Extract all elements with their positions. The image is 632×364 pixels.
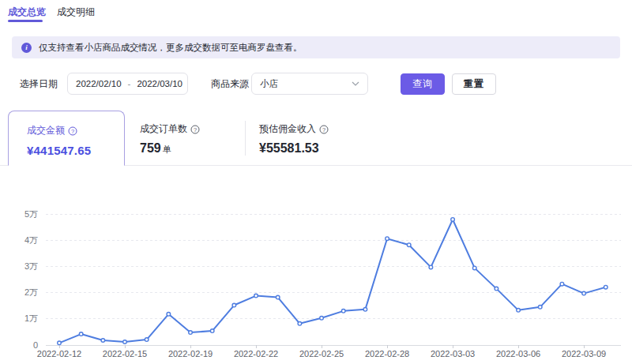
data-point[interactable] <box>232 303 236 307</box>
data-point[interactable] <box>472 266 476 270</box>
x-axis-tick-label: 2022-03-03 <box>431 349 475 358</box>
question-circle-icon[interactable]: ? <box>319 125 329 134</box>
data-point[interactable] <box>123 340 127 344</box>
stat-card-order-count[interactable]: 成交订单数 ? 759单 <box>140 122 200 156</box>
stat-commission-value: ¥55581.53 <box>259 141 329 156</box>
date-range-input[interactable]: 2022/02/10 - 2022/03/10 <box>67 73 188 95</box>
data-point[interactable] <box>363 308 367 312</box>
tab-transaction-overview[interactable]: 成交总览 <box>8 6 46 18</box>
product-source-select[interactable]: 小店 <box>251 73 368 95</box>
data-point[interactable] <box>517 309 521 313</box>
query-button[interactable]: 查询 <box>401 73 445 95</box>
y-axis-tick-label: 3万 <box>24 261 38 271</box>
y-axis-tick-label: 0 <box>33 340 38 350</box>
data-point[interactable] <box>298 321 302 325</box>
stat-orders-unit: 单 <box>163 144 171 154</box>
stat-orders-value: 759 <box>140 141 161 155</box>
series-line <box>59 220 606 343</box>
transaction-dashboard: { "tabs": [ {"label": "成交总览", "active": … <box>0 0 632 364</box>
data-point[interactable] <box>145 338 149 342</box>
data-point[interactable] <box>341 310 345 313</box>
sales-line-chart-svg: 01万2万3万4万5万2022-02-122022-02-152022-02-1… <box>0 190 632 364</box>
data-point[interactable] <box>604 285 608 289</box>
data-point[interactable] <box>407 243 411 247</box>
stat-card-transaction-amount[interactable]: 成交金额 ? ¥441547.65 <box>8 111 125 166</box>
x-axis-tick-label: 2022-02-15 <box>103 349 147 358</box>
y-axis-tick-label: 4万 <box>24 235 38 245</box>
active-tab-underline <box>8 20 43 22</box>
data-point[interactable] <box>189 331 193 335</box>
stat-orders-label: 成交订单数 <box>140 122 187 136</box>
data-point[interactable] <box>451 218 455 222</box>
x-axis-tick-label: 2022-02-28 <box>365 349 409 358</box>
y-axis-tick-label: 1万 <box>24 313 38 323</box>
stat-commission-label: 预估佣金收入 <box>259 122 316 136</box>
svg-text:?: ? <box>322 126 325 133</box>
product-source-value: 小店 <box>260 78 278 90</box>
data-point[interactable] <box>386 237 389 241</box>
stat-divider <box>245 121 246 156</box>
tab-transaction-detail[interactable]: 成交明细 <box>57 6 95 18</box>
y-axis-tick-label: 2万 <box>24 287 38 297</box>
date-range-separator: - <box>128 79 131 88</box>
data-point[interactable] <box>101 339 105 343</box>
question-circle-icon[interactable]: ? <box>68 126 77 136</box>
x-axis-tick-label: 2022-03-06 <box>496 349 540 358</box>
date-end-value: 2022/03/10 <box>137 79 182 88</box>
product-source-label: 商品来源 <box>211 78 249 89</box>
reset-button[interactable]: 重置 <box>452 73 496 95</box>
data-point[interactable] <box>495 287 498 291</box>
data-point[interactable] <box>58 341 62 345</box>
question-circle-icon[interactable]: ? <box>190 125 200 134</box>
y-axis-tick-label: 5万 <box>24 209 38 219</box>
stat-amount-label: 成交金额 <box>27 124 65 137</box>
svg-text:?: ? <box>194 126 197 133</box>
info-banner: i 仅支持查看小店商品成交情况，更多成交数据可至电商罗盘查看。 <box>12 36 620 58</box>
data-point[interactable] <box>582 291 586 295</box>
data-point[interactable] <box>429 265 433 269</box>
data-point[interactable] <box>538 306 542 310</box>
data-point[interactable] <box>79 332 83 336</box>
data-point[interactable] <box>560 282 564 286</box>
x-axis-tick-label: 2022-02-25 <box>299 349 344 358</box>
stat-card-commission-income[interactable]: 预估佣金收入 ? ¥55581.53 <box>259 122 329 156</box>
x-axis-tick-label: 2022-02-12 <box>37 349 81 358</box>
data-point[interactable] <box>320 317 324 321</box>
info-circle-icon: i <box>21 43 32 53</box>
banner-text: 仅支持查看小店商品成交情况，更多成交数据可至电商罗盘查看。 <box>39 42 303 54</box>
data-point[interactable] <box>254 294 258 298</box>
x-axis-tick-label: 2022-03-09 <box>562 349 606 358</box>
svg-text:?: ? <box>71 127 74 134</box>
sales-trend-chart[interactable]: 01万2万3万4万5万2022-02-122022-02-152022-02-1… <box>0 190 632 364</box>
data-point[interactable] <box>167 313 171 317</box>
date-start-value: 2022/02/10 <box>76 79 122 88</box>
x-axis-tick-label: 2022-02-19 <box>168 349 213 358</box>
data-point[interactable] <box>210 329 214 333</box>
stat-amount-value: ¥441547.65 <box>27 144 124 157</box>
chevron-down-icon <box>352 81 359 86</box>
data-point[interactable] <box>276 295 280 299</box>
date-filter-label: 选择日期 <box>20 78 58 89</box>
x-axis-tick-label: 2022-02-22 <box>234 349 278 358</box>
